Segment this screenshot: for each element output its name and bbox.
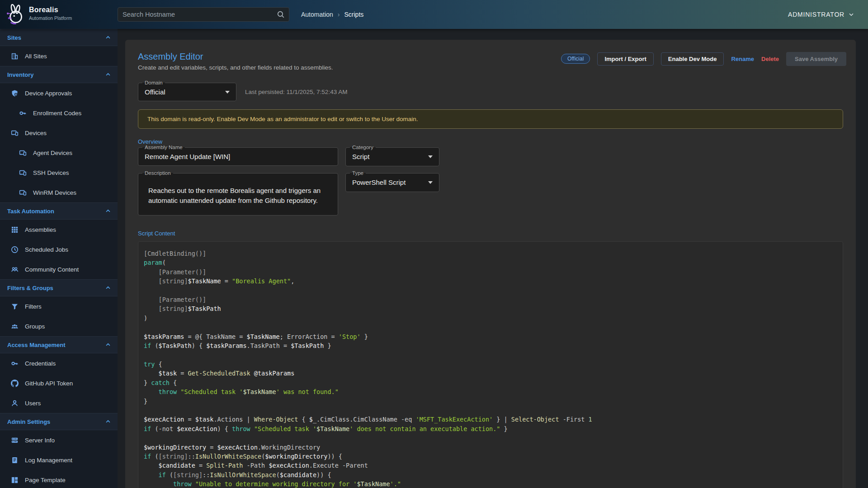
devices-icon xyxy=(19,149,27,157)
rename-button[interactable]: Rename xyxy=(731,56,754,62)
log-icon xyxy=(11,456,19,464)
chevron-right-icon: › xyxy=(338,11,340,18)
sidebar-item-devices[interactable]: Devices xyxy=(0,123,118,143)
sidebar-item-credentials[interactable]: Credentials xyxy=(0,353,118,373)
sidebar-item-label: SSH Devices xyxy=(33,169,69,176)
code-line xyxy=(144,323,837,332)
category-select[interactable]: Category Script xyxy=(345,147,439,166)
sidebar-item-all-sites[interactable]: All Sites xyxy=(0,46,118,66)
search-input[interactable] xyxy=(118,11,277,18)
sidebar-item-ssh-devices[interactable]: SSH Devices xyxy=(0,163,118,183)
code-line: [string]$TaskName = "Borealis Agent", xyxy=(144,277,837,286)
type-select[interactable]: Type PowerShell Script xyxy=(345,173,439,192)
borealis-logo-icon xyxy=(4,3,27,26)
domain-label: Domain xyxy=(142,80,165,86)
filter-icon xyxy=(11,303,19,310)
sidebar-item-assemblies[interactable]: Assemblies xyxy=(0,220,118,239)
sidebar-item-label: GitHub API Token xyxy=(25,380,73,387)
code-line: $workingDirectory = $execAction.WorkingD… xyxy=(144,443,837,452)
enable-dev-mode-button[interactable]: Enable Dev Mode xyxy=(661,52,724,66)
user-menu-label: ADMINISTRATOR xyxy=(788,11,844,18)
description-field[interactable]: Description Reaches out to the remote Bo… xyxy=(138,173,338,216)
sidebar-item-agent-devices[interactable]: Agent Devices xyxy=(0,143,118,163)
code-line xyxy=(144,350,837,359)
breadcrumb-item-automation[interactable]: Automation xyxy=(301,11,333,18)
description-text[interactable]: Reaches out to the remote Borealis agent… xyxy=(138,174,338,206)
code-line: throw "Scheduled task '$TaskName' was no… xyxy=(144,387,837,396)
script-content-label: Script Content xyxy=(138,230,843,237)
dropdown-arrow-icon xyxy=(428,155,433,158)
sidebar-item-label: Enrollment Codes xyxy=(33,110,81,117)
sidebar-item-users[interactable]: Users xyxy=(0,393,118,413)
sidebar-item-groups[interactable]: Groups xyxy=(0,316,118,336)
sidebar-item-label: Agent Devices xyxy=(33,150,72,156)
official-badge: Official xyxy=(561,54,590,64)
sidebar-section-filters-groups[interactable]: Filters & Groups xyxy=(0,279,118,296)
sidebar-section-label: Task Automation xyxy=(7,208,54,215)
sidebar-section-task-automation[interactable]: Task Automation xyxy=(0,202,118,220)
sidebar-item-log-management[interactable]: Log Management xyxy=(0,450,118,470)
dropdown-arrow-icon xyxy=(225,91,230,94)
domain-select[interactable]: Domain Official xyxy=(138,83,236,101)
sidebar-section-label: Access Management xyxy=(7,342,66,348)
chevron-up-icon xyxy=(105,34,111,41)
code-line: if ($TaskPath) { $taskParams.TaskPath = … xyxy=(144,341,837,350)
sidebar-item-winrm-devices[interactable]: WinRM Devices xyxy=(0,183,118,202)
code-line: [string]$TaskPath xyxy=(144,304,837,313)
sidebar-item-label: WinRM Devices xyxy=(33,189,76,196)
save-assembly-button[interactable]: Save Assembly xyxy=(786,52,846,66)
sidebar-section-access-management[interactable]: Access Management xyxy=(0,336,118,353)
hostname-search[interactable] xyxy=(118,7,289,22)
assembly-name-field[interactable]: Assembly Name xyxy=(138,147,338,166)
sidebar-item-filters[interactable]: Filters xyxy=(0,296,118,316)
sidebar-item-page-template[interactable]: Page Template xyxy=(0,470,118,488)
sidebar-item-label: Server Info xyxy=(25,437,55,444)
overview-section-label: Overview xyxy=(138,138,843,145)
last-persisted-text: Last persisted: 11/1/2025, 7:52:43 AM xyxy=(245,89,347,95)
type-label: Type xyxy=(350,170,366,177)
sidebar-section-inventory[interactable]: Inventory xyxy=(0,66,118,83)
sidebar-item-label: Scheduled Jobs xyxy=(25,246,68,253)
sidebar-item-label: Log Management xyxy=(25,457,72,464)
chevron-up-icon xyxy=(105,71,111,78)
sidebar-section-admin-settings[interactable]: Admin Settings xyxy=(0,413,118,430)
user-menu[interactable]: ADMINISTRATOR xyxy=(788,0,854,29)
sidebar-item-label: Page Template xyxy=(25,477,66,483)
sidebar-item-community-content[interactable]: Community Content xyxy=(0,259,118,279)
sidebar-item-server-info[interactable]: Server Info xyxy=(0,430,118,450)
code-line xyxy=(144,286,837,295)
script-editor[interactable]: [CmdletBinding()]param( [Parameter()] [s… xyxy=(138,241,843,488)
readonly-warning-banner: This domain is read-only. Enable Dev Mod… xyxy=(138,109,843,129)
sidebar-section-sites[interactable]: Sites xyxy=(0,29,118,46)
devices-icon xyxy=(11,129,19,137)
breadcrumb: Automation›Scripts xyxy=(301,0,363,29)
chevron-up-icon xyxy=(105,418,111,425)
sidebar-nav: SitesAll SitesInventoryDevice ApprovalsE… xyxy=(0,29,118,488)
sidebar-item-scheduled-jobs[interactable]: Scheduled Jobs xyxy=(0,239,118,259)
clock-icon xyxy=(11,246,19,253)
sidebar-item-label: Assemblies xyxy=(25,226,56,233)
sidebar-item-github-api-token[interactable]: GitHub API Token xyxy=(0,373,118,393)
code-line: if ([string]::IsNullOrWhiteSpace($workin… xyxy=(144,452,837,461)
code-line: $execAction = $task.Actions | Where-Obje… xyxy=(144,415,837,424)
sidebar-item-label: All Sites xyxy=(25,53,47,60)
key-icon xyxy=(11,360,19,367)
warning-text: This domain is read-only. Enable Dev Mod… xyxy=(147,116,418,122)
import-export-button[interactable]: Import / Export xyxy=(597,52,653,66)
devices-icon xyxy=(19,169,27,177)
code-line: [CmdletBinding()] xyxy=(144,249,837,258)
breadcrumb-item-scripts[interactable]: Scripts xyxy=(344,11,364,18)
delete-button[interactable]: Delete xyxy=(761,56,779,62)
sidebar-section-label: Admin Settings xyxy=(7,418,50,425)
devices-icon xyxy=(19,189,27,197)
code-line: try { xyxy=(144,360,837,369)
code-line xyxy=(144,433,837,442)
code-line: } catch { xyxy=(144,378,837,387)
brand-tagline: Automation Platform xyxy=(29,15,72,21)
assembly-name-label: Assembly Name xyxy=(142,144,185,151)
sidebar-item-enrollment-codes[interactable]: Enrollment Codes xyxy=(0,103,118,123)
sidebar-item-device-approvals[interactable]: Device Approvals xyxy=(0,83,118,103)
code-line: $task = Get-ScheduledTask @taskParams xyxy=(144,369,837,378)
code-line: $candidate = Split-Path -Path $execActio… xyxy=(144,461,837,470)
top-header: Borealis Automation Platform Automation›… xyxy=(0,0,868,29)
